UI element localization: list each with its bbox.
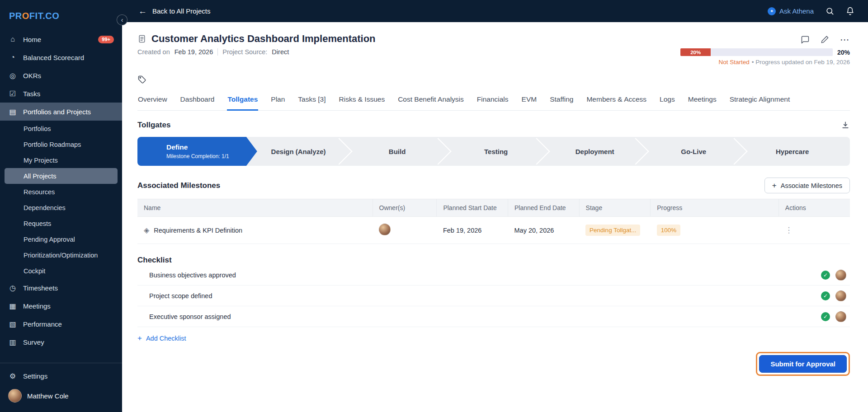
sidebar-item-settings[interactable]: Settings bbox=[0, 367, 122, 385]
tab-strategic-alignment[interactable]: Strategic Alignment bbox=[729, 91, 791, 110]
subitem-label: All Projects bbox=[24, 173, 57, 180]
subitem-label: Resources bbox=[24, 188, 55, 196]
stage-subtext: Milestone Completion: 1/1 bbox=[166, 153, 229, 159]
col-owners: Owner(s) bbox=[373, 199, 437, 217]
progress-row: 20% 20% bbox=[680, 48, 850, 56]
associate-milestones-button[interactable]: Associate Milestones bbox=[764, 178, 850, 193]
tab-meetings[interactable]: Meetings bbox=[688, 91, 717, 110]
sidebar-subitem-my-projects[interactable]: My Projects bbox=[5, 152, 118, 168]
edit-pencil-icon[interactable] bbox=[821, 35, 829, 44]
progress-pill: 100% bbox=[657, 225, 681, 236]
subitem-label: Prioritization/Optimization bbox=[24, 252, 98, 259]
stage-hypercare[interactable]: Hypercare bbox=[751, 137, 850, 166]
sidebar-item-portfolios-and-projects[interactable]: Portfolios and Projects bbox=[0, 103, 122, 121]
annotation-highlight-box: Submit for Approval bbox=[756, 352, 850, 376]
sidebar-subitem-cockpit[interactable]: Cockpit bbox=[5, 263, 118, 279]
more-options-icon[interactable]: ⋯ bbox=[840, 35, 850, 44]
sidebar-subitem-portfolios[interactable]: Portfolios bbox=[5, 121, 118, 136]
check-circle-icon[interactable]: ✓ bbox=[821, 271, 830, 280]
tab-plan[interactable]: Plan bbox=[270, 91, 285, 110]
sidebar-item-timesheets[interactable]: Timesheets bbox=[0, 279, 122, 297]
stage-name: Design (Analyze) bbox=[271, 148, 326, 155]
col-planned-end: Planned End Date bbox=[508, 199, 580, 217]
checklist-item-label: Project scope defined bbox=[149, 292, 212, 300]
tab-tollgates[interactable]: Tollgates bbox=[227, 91, 258, 111]
planned-start-value: Feb 19, 2026 bbox=[437, 217, 508, 244]
owner-avatar[interactable] bbox=[379, 224, 391, 235]
sidebar-item-okrs[interactable]: OKRs bbox=[0, 66, 122, 84]
tab-members-access[interactable]: Members & Access bbox=[586, 91, 647, 110]
sidebar-footer: Settings Matthew Cole bbox=[0, 363, 122, 412]
page-title: Customer Analytics Dashboard Implementat… bbox=[151, 33, 376, 45]
ask-athena-label: Ask Athena bbox=[779, 7, 814, 15]
logo-text-post: FIT.CO bbox=[29, 11, 59, 21]
sidebar-subitem-dependencies[interactable]: Dependencies bbox=[5, 200, 118, 215]
add-checklist-button[interactable]: Add Checklist bbox=[137, 334, 186, 342]
tab-evm[interactable]: EVM bbox=[521, 91, 538, 110]
sidebar-item-performance[interactable]: Performance bbox=[0, 315, 122, 333]
survey-icon bbox=[8, 338, 17, 346]
sidebar-subitem-all-projects[interactable]: All Projects bbox=[5, 168, 118, 184]
tag-row bbox=[137, 75, 850, 85]
athena-icon: ✦ bbox=[768, 7, 776, 15]
plus-icon bbox=[772, 182, 777, 189]
sidebar-subitem-prioritization-optimization[interactable]: Prioritization/Optimization bbox=[5, 247, 118, 263]
tab-risks-issues[interactable]: Risks & Issues bbox=[339, 91, 386, 110]
project-tabs: Overview Dashboard Tollgates Plan Tasks … bbox=[137, 91, 850, 111]
check-circle-icon[interactable]: ✓ bbox=[821, 312, 830, 321]
sidebar-item-home[interactable]: Home 99+ bbox=[0, 30, 122, 48]
subitem-label: My Projects bbox=[24, 157, 58, 164]
tab-logs[interactable]: Logs bbox=[659, 91, 675, 110]
sidebar-subitem-pending-approval[interactable]: Pending Approval bbox=[5, 231, 118, 247]
sidebar-subitem-portfolio-roadmaps[interactable]: Portfolio Roadmaps bbox=[5, 136, 118, 152]
col-stage: Stage bbox=[579, 199, 651, 217]
add-checklist-label: Add Checklist bbox=[146, 335, 186, 342]
sidebar-collapse-button[interactable]: ‹ bbox=[117, 14, 127, 25]
project-meta: Created on Feb 19, 2026 Project Source: … bbox=[137, 48, 289, 56]
back-to-all-projects[interactable]: ← Back to All Projects bbox=[138, 7, 210, 15]
associated-milestones-head: Associated Milestones Associate Mileston… bbox=[137, 178, 850, 193]
comment-icon[interactable] bbox=[801, 35, 810, 44]
bell-icon[interactable] bbox=[846, 7, 854, 15]
check-circle-icon[interactable]: ✓ bbox=[821, 291, 830, 300]
stage-name: Hypercare bbox=[776, 148, 809, 155]
sidebar-subitem-resources[interactable]: Resources bbox=[5, 184, 118, 200]
stage-build[interactable]: Build bbox=[356, 137, 455, 166]
user-profile[interactable]: Matthew Cole bbox=[0, 385, 122, 407]
stage-go-live[interactable]: Go-Live bbox=[652, 137, 751, 166]
sidebar-item-balanced-scorecard[interactable]: Balanced Scorecard bbox=[0, 48, 122, 66]
associate-milestones-label: Associate Milestones bbox=[781, 182, 842, 189]
download-icon[interactable] bbox=[841, 121, 850, 130]
tab-dashboard[interactable]: Dashboard bbox=[180, 91, 215, 110]
ask-athena-button[interactable]: ✦ Ask Athena bbox=[768, 7, 814, 15]
checklist-item: Project scope defined ✓ bbox=[137, 286, 850, 306]
tab-staffing[interactable]: Staffing bbox=[549, 91, 574, 110]
stage-design-analyze[interactable]: Design (Analyze) bbox=[257, 137, 356, 166]
tab-tasks[interactable]: Tasks [3] bbox=[297, 91, 326, 110]
tab-financials[interactable]: Financials bbox=[476, 91, 509, 110]
milestone-name-link[interactable]: Requirements & KPI Definition bbox=[154, 227, 242, 234]
source-value: Direct bbox=[272, 48, 289, 56]
sidebar-item-label: Meetings bbox=[23, 302, 51, 310]
sidebar-subitem-requests[interactable]: Requests bbox=[5, 215, 118, 231]
checklist-heading: Checklist bbox=[137, 256, 850, 265]
search-icon[interactable] bbox=[826, 7, 834, 15]
sidebar-item-meetings[interactable]: Meetings bbox=[0, 297, 122, 315]
stage-define[interactable]: Define Milestone Completion: 1/1 bbox=[137, 137, 257, 166]
stage-deployment[interactable]: Deployment bbox=[553, 137, 652, 166]
subitem-label: Cockpit bbox=[24, 267, 45, 275]
sidebar-item-label: Timesheets bbox=[23, 284, 58, 292]
tag-icon[interactable] bbox=[137, 77, 146, 85]
sidebar-item-tasks[interactable]: Tasks bbox=[0, 84, 122, 103]
stage-pill: Pending Tollgat... bbox=[585, 225, 640, 236]
tab-cost-benefit-analysis[interactable]: Cost Benefit Analysis bbox=[397, 91, 464, 110]
col-progress: Progress bbox=[651, 199, 779, 217]
progress-block: 20% 20% Not Started• Progress updated on… bbox=[680, 48, 850, 66]
notification-count-badge: 99+ bbox=[98, 36, 114, 43]
sidebar-item-survey[interactable]: Survey bbox=[0, 333, 122, 351]
stage-name: Go-Live bbox=[681, 148, 706, 155]
row-actions-icon[interactable]: ⋮ bbox=[785, 226, 793, 234]
submit-for-approval-button[interactable]: Submit for Approval bbox=[759, 355, 847, 373]
tab-overview[interactable]: Overview bbox=[137, 91, 168, 110]
stage-testing[interactable]: Testing bbox=[455, 137, 554, 166]
